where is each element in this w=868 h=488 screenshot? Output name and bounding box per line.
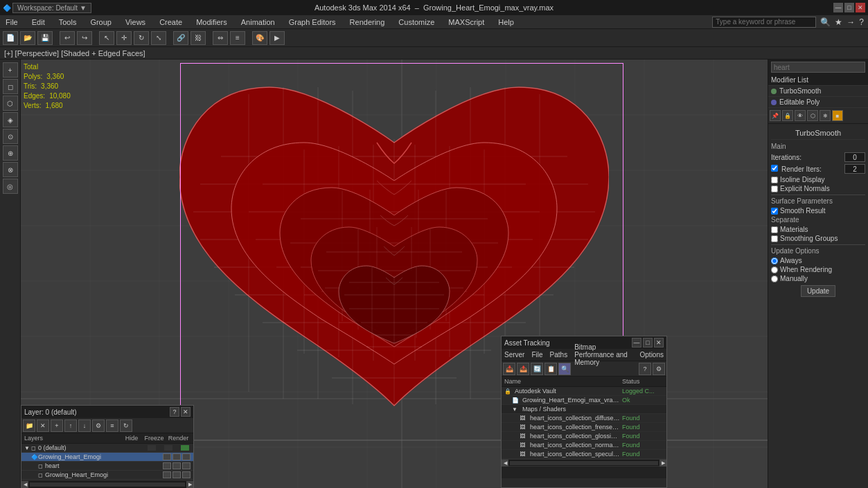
menu-rendering[interactable]: Rendering bbox=[347, 18, 388, 26]
layer-g2-vis-btn[interactable] bbox=[163, 471, 171, 478]
new-button[interactable]: 📄 bbox=[3, 31, 18, 45]
at-btn-3[interactable]: 🔄 bbox=[531, 363, 543, 375]
link-button[interactable]: 🔗 bbox=[173, 31, 188, 45]
unlink-button[interactable]: ⛓ bbox=[191, 31, 206, 45]
ts-isoline-check[interactable] bbox=[771, 177, 778, 183]
menu-customize[interactable]: Customize bbox=[396, 18, 437, 26]
maximize-button[interactable]: □ bbox=[844, 3, 854, 12]
ts-rendering-radio[interactable] bbox=[771, 266, 778, 273]
menu-animation[interactable]: Animation bbox=[238, 18, 278, 26]
ts-render-check[interactable] bbox=[771, 165, 778, 172]
layer-rnd-btn[interactable] bbox=[182, 453, 191, 460]
ts-render-input[interactable] bbox=[844, 164, 865, 174]
layer-g2-rnd-btn[interactable] bbox=[182, 471, 191, 478]
layer-row-default[interactable]: ▼ ◻ 0 (default) bbox=[21, 444, 193, 453]
viewport[interactable]: Total Polys: 3,360 Tris: 3,360 Edges: 10… bbox=[21, 60, 768, 488]
move-button[interactable]: ✛ bbox=[116, 31, 132, 45]
arrow-icon[interactable]: → bbox=[845, 17, 856, 27]
left-tb-btn-4[interactable]: ◈ bbox=[3, 112, 18, 127]
layer-delete-btn[interactable]: ✕ bbox=[37, 419, 49, 432]
left-tb-btn-5[interactable]: ⊙ bbox=[3, 129, 18, 144]
render-button[interactable]: ▶ bbox=[269, 31, 285, 45]
at-menu-paths[interactable]: Paths bbox=[550, 351, 568, 359]
scale-button[interactable]: ⤡ bbox=[151, 31, 166, 45]
layer-g2-frz-btn[interactable] bbox=[172, 471, 181, 478]
at-row-diffuse[interactable]: 🖼 heart_icons_collection_diffuse.png Fou… bbox=[502, 414, 666, 423]
rp-btn-color[interactable]: ■ bbox=[832, 110, 843, 121]
menu-tools[interactable]: Tools bbox=[56, 18, 80, 26]
layer-heart-vis-btn[interactable] bbox=[163, 462, 171, 469]
menu-create[interactable]: Create bbox=[157, 18, 185, 26]
close-button[interactable]: ✕ bbox=[856, 3, 865, 12]
at-scroll-track[interactable] bbox=[510, 461, 658, 465]
help-icon[interactable]: ? bbox=[858, 17, 865, 27]
layer-select-btn[interactable]: ↑ bbox=[64, 419, 77, 432]
workspace-button[interactable]: Workspace: Default ▼ bbox=[12, 3, 91, 13]
layer-vis-btn[interactable] bbox=[163, 453, 171, 460]
ts-always-radio[interactable] bbox=[771, 257, 778, 264]
rp-btn-pin[interactable]: 📌 bbox=[770, 110, 781, 121]
mirror-button[interactable]: ⇔ bbox=[213, 31, 228, 45]
layer-expand-btn[interactable]: ≡ bbox=[106, 419, 118, 432]
modifier-item-editpoly[interactable]: Editable Poly bbox=[768, 97, 868, 108]
at-menu-server[interactable]: Server bbox=[504, 351, 524, 359]
menu-file[interactable]: File bbox=[3, 18, 21, 26]
rp-btn-lock[interactable]: 🔒 bbox=[782, 110, 793, 121]
layer-move-btn[interactable]: ↓ bbox=[78, 419, 91, 432]
align-button[interactable]: ≡ bbox=[230, 31, 245, 45]
at-settings-btn[interactable]: ⚙ bbox=[653, 363, 665, 375]
asset-close-btn[interactable]: ✕ bbox=[654, 338, 664, 347]
at-btn-1[interactable]: 📥 bbox=[503, 363, 515, 375]
menu-help[interactable]: Help bbox=[495, 18, 517, 26]
at-row-file[interactable]: 📄 Growing_Heart_Emogi_max_vray.max Ok bbox=[502, 396, 666, 405]
menu-group[interactable]: Group bbox=[87, 18, 114, 26]
layer-panel-close[interactable]: ✕ bbox=[181, 407, 191, 417]
ts-explicit-check[interactable] bbox=[771, 186, 778, 192]
layer-add-btn[interactable]: + bbox=[51, 419, 63, 432]
at-row-normal[interactable]: 🖼 heart_icons_collection_normal.png Foun… bbox=[502, 441, 666, 450]
menu-edit[interactable]: Edit bbox=[29, 18, 48, 26]
left-tb-btn-7[interactable]: ⊗ bbox=[3, 162, 18, 177]
at-scroll-right[interactable]: ▶ bbox=[659, 460, 666, 467]
left-tb-btn-6[interactable]: ⊕ bbox=[3, 145, 18, 161]
layer-row-growing[interactable]: 🔷 Growing_Heart_Emogi bbox=[21, 453, 193, 462]
layer-scroll-left[interactable]: ◀ bbox=[21, 481, 28, 488]
left-tb-btn-3[interactable]: ⬡ bbox=[3, 96, 18, 111]
at-row-maps[interactable]: ▼ Maps / Shaders bbox=[502, 405, 666, 414]
search-icon[interactable]: 🔍 bbox=[819, 17, 832, 27]
undo-button[interactable]: ↩ bbox=[60, 31, 75, 45]
ts-smoothgroups-check[interactable] bbox=[771, 235, 778, 242]
ts-iter-input[interactable] bbox=[844, 152, 865, 162]
layer-settings-btn[interactable]: ⚙ bbox=[92, 419, 105, 432]
layer-refresh-btn[interactable]: ↻ bbox=[120, 419, 132, 432]
material-editor-button[interactable]: 🎨 bbox=[252, 31, 267, 45]
redo-button[interactable]: ↪ bbox=[77, 31, 92, 45]
at-row-specular[interactable]: 🖼 heart_icons_collection_specular.png Fo… bbox=[502, 450, 666, 459]
layer-scroll-track[interactable] bbox=[30, 482, 185, 487]
at-menu-bitmap[interactable]: Bitmap Performance and Memory bbox=[574, 343, 632, 366]
layer-row-heart[interactable]: ◻ heart bbox=[21, 462, 193, 471]
open-button[interactable]: 📂 bbox=[20, 31, 35, 45]
layer-heart-rnd-btn[interactable] bbox=[182, 462, 191, 469]
asset-maximize-btn[interactable]: □ bbox=[643, 338, 653, 347]
select-button[interactable]: ↖ bbox=[99, 31, 114, 45]
at-menu-file[interactable]: File bbox=[531, 351, 542, 359]
layer-panel-help[interactable]: ? bbox=[170, 407, 179, 417]
at-help-btn[interactable]: ? bbox=[639, 363, 651, 375]
layer-scroll-right[interactable]: ▶ bbox=[186, 481, 193, 488]
menu-views[interactable]: Views bbox=[123, 18, 148, 26]
asset-minimize-btn[interactable]: — bbox=[632, 338, 641, 347]
bookmark-icon[interactable]: ★ bbox=[833, 17, 844, 27]
at-btn-5[interactable]: 🔍 bbox=[558, 363, 571, 375]
minimize-button[interactable]: — bbox=[833, 3, 843, 12]
at-btn-2[interactable]: 📤 bbox=[517, 363, 529, 375]
modifier-search-input[interactable] bbox=[771, 62, 865, 73]
rotate-button[interactable]: ↻ bbox=[134, 31, 149, 45]
rp-btn-show[interactable]: 👁 bbox=[795, 110, 806, 121]
layer-panel[interactable]: Layer: 0 (default) ? ✕ 📁 ✕ + ↑ ↓ ⚙ ≡ ↻ L… bbox=[21, 405, 194, 488]
at-btn-4[interactable]: 📋 bbox=[544, 363, 557, 375]
layer-new-btn[interactable]: 📁 bbox=[23, 419, 35, 432]
rp-btn-freeze[interactable]: ❄ bbox=[820, 110, 831, 121]
ts-smooth-check[interactable] bbox=[771, 208, 778, 215]
ts-manually-radio[interactable] bbox=[771, 275, 778, 282]
